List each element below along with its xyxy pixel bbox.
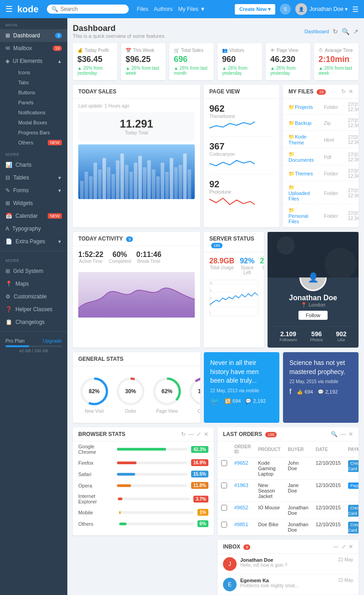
svg-rect-2 bbox=[85, 172, 88, 199]
activity-badge: 9 bbox=[126, 236, 133, 242]
sidebar-item-tabs[interactable]: Tabs bbox=[13, 77, 67, 87]
inbox-card: INBOX 9 — ⤢ ✕ JJonathan DoeHello, m8 how… bbox=[217, 540, 359, 595]
sidebar-item-grid[interactable]: ⊞Grid System bbox=[0, 265, 67, 277]
notification-badge[interactable]: 5 bbox=[280, 4, 291, 15]
file-name[interactable]: Documents bbox=[288, 157, 314, 163]
storage-bar-background bbox=[5, 345, 62, 347]
svg-rect-16 bbox=[147, 160, 151, 199]
upgrade-link[interactable]: Upgrade bbox=[43, 338, 62, 344]
sidebar-item-buttons[interactable]: Buttons bbox=[13, 87, 67, 97]
sidebar-item-maps[interactable]: 📍Maps bbox=[0, 277, 67, 290]
sidebar-item-dashboard[interactable]: ⊞Dashboard 3 bbox=[0, 29, 67, 42]
hamburger-icon[interactable]: ☰ bbox=[5, 4, 13, 14]
browser-bar-bg bbox=[119, 523, 194, 525]
table-row: 📁Uploaded FilesFolder27/2/2015 12:34 AM bbox=[284, 182, 359, 204]
sidebar-item-others[interactable]: Others NEW bbox=[13, 138, 67, 148]
minimize-orders-icon[interactable]: — bbox=[340, 431, 346, 437]
activity-header: TODAY ACTIVITY 9 bbox=[73, 232, 200, 246]
completed-stat: 60% Completed bbox=[109, 251, 131, 264]
pv-row-themeforest: 962 Themeforest bbox=[209, 103, 274, 137]
refresh-icon[interactable]: ↻ bbox=[333, 28, 338, 35]
sidebar-item-charts[interactable]: 📊Charts bbox=[0, 159, 67, 171]
order-checkbox[interactable] bbox=[221, 505, 227, 511]
activity-chart bbox=[78, 272, 195, 318]
twitter-likes: 🔁 694 bbox=[225, 398, 241, 404]
close-browser-icon[interactable]: ✕ bbox=[204, 431, 208, 437]
sidebar-item-extra-pages[interactable]: 📄Extra Pages▼ bbox=[0, 235, 67, 248]
topnav-menu-icon[interactable]: ☰ bbox=[352, 5, 359, 14]
sidebar-item-helper[interactable]: ❓Helper Classes bbox=[0, 303, 67, 316]
profile-background bbox=[268, 232, 359, 277]
inbox-avatar: J bbox=[223, 557, 237, 571]
create-new-button[interactable]: Create New ▾ bbox=[235, 4, 275, 15]
expand-inbox-icon[interactable]: ⤢ bbox=[341, 544, 346, 550]
total-usage-value: 28.9GB bbox=[209, 257, 234, 265]
inbox-badge: 9 bbox=[243, 544, 250, 550]
likes-value: 902 bbox=[336, 330, 346, 338]
circle-client-label: Client bbox=[187, 409, 200, 414]
close-files-icon[interactable]: ✕ bbox=[349, 88, 353, 95]
file-type: Folder bbox=[319, 182, 343, 204]
follow-button[interactable]: Follow bbox=[298, 311, 328, 320]
myfiles-link[interactable]: My Files ▼ bbox=[178, 6, 205, 12]
breadcrumb-dashboard[interactable]: Dashboard bbox=[304, 29, 329, 34]
browser-bar-bg bbox=[117, 448, 187, 451]
profile-name: Jonathan Doe bbox=[273, 294, 353, 302]
refresh-files-icon[interactable]: ↻ bbox=[341, 88, 346, 95]
search-orders-icon[interactable]: 🔍 bbox=[331, 431, 338, 437]
sidebar-item-tables[interactable]: ⊟Tables▼ bbox=[0, 171, 67, 184]
close-orders-icon[interactable]: ✕ bbox=[349, 431, 353, 437]
browser-name: Opera bbox=[78, 483, 113, 488]
refresh-browser-icon[interactable]: ↻ bbox=[181, 431, 186, 437]
search-input[interactable] bbox=[61, 6, 124, 12]
list-item[interactable]: EEgemem KaProblems look mighty smal...22… bbox=[217, 574, 359, 595]
close-inbox-icon[interactable]: ✕ bbox=[349, 544, 353, 550]
file-name[interactable]: Backup bbox=[295, 120, 312, 126]
browser-pct: 1% bbox=[197, 509, 208, 516]
order-buyer: John Doe bbox=[284, 457, 312, 480]
sidebar-item-panels[interactable]: Panels bbox=[13, 97, 67, 108]
sidebar-item-customizable[interactable]: ⚙Customizable bbox=[0, 290, 67, 303]
browser-rows: Google Chrome42.3%Firefox16.9%Safari15.5… bbox=[73, 441, 214, 529]
order-checkbox[interactable] bbox=[221, 522, 227, 528]
sidebar-item-mailbox[interactable]: ✉Mailbox 19 bbox=[0, 42, 67, 55]
pv-themeforest-sparkline bbox=[209, 119, 255, 133]
sidebar-item-notifications[interactable]: Notifications bbox=[13, 108, 67, 118]
circle-pageview-label: Page View bbox=[151, 409, 183, 414]
order-checkbox[interactable] bbox=[221, 482, 227, 488]
minimize-browser-icon[interactable]: — bbox=[188, 431, 194, 437]
browser-bar-fill bbox=[117, 462, 136, 464]
file-name[interactable]: Uploaded Files bbox=[288, 190, 310, 201]
sidebar-item-modal-boxes[interactable]: Modal Boxes bbox=[13, 118, 67, 128]
file-name[interactable]: Projects bbox=[295, 104, 313, 110]
user-name: Jonathan Doe ▾ bbox=[309, 6, 348, 12]
expand-browser-icon[interactable]: ⤢ bbox=[197, 431, 201, 437]
user-menu[interactable]: 👤 Jonathan Doe ▾ bbox=[295, 3, 348, 15]
sidebar-item-progress-bars[interactable]: Progress Bars bbox=[13, 128, 67, 138]
sidebar-item-typography[interactable]: ATypography bbox=[0, 222, 67, 235]
widgets-icon: ⊞ bbox=[5, 200, 10, 206]
files-link[interactable]: Files bbox=[137, 6, 148, 12]
sidebar-item-calendar[interactable]: 📅CalendarNEW bbox=[0, 210, 67, 222]
inbox-row-section: INBOX 9 — ⤢ ✕ JJonathan DoeHello, m8 how… bbox=[73, 540, 359, 595]
sidebar-item-ui-elements[interactable]: ◈UI Elements ▲ bbox=[0, 55, 67, 67]
minimize-inbox-icon[interactable]: — bbox=[333, 544, 339, 550]
browser-bar-fill bbox=[119, 523, 126, 525]
authors-link[interactable]: Authors bbox=[154, 6, 172, 12]
browser-pct: 16.9% bbox=[191, 459, 208, 466]
list-item[interactable]: JJonathan DoeHello, m8 how is goin ?22 M… bbox=[217, 554, 359, 574]
sidebar-item-icons[interactable]: Icons bbox=[13, 67, 67, 77]
svg-rect-19 bbox=[161, 163, 164, 199]
general-stats-card: GENERAL STATS 82% New Visit bbox=[73, 352, 200, 423]
order-checkbox[interactable] bbox=[221, 460, 227, 466]
photos-stat: 596 Photos bbox=[310, 330, 323, 342]
file-name[interactable]: Personal Files bbox=[288, 213, 308, 224]
sidebar-item-widgets[interactable]: ⊞Widgets bbox=[0, 197, 67, 210]
share-icon[interactable]: ↗ bbox=[353, 28, 359, 35]
sidebar-item-forms[interactable]: ✎Forms▼ bbox=[0, 184, 67, 197]
browser-bar-bg bbox=[117, 473, 187, 476]
search-header-icon[interactable]: 🔍 bbox=[342, 28, 349, 35]
file-name[interactable]: Themes bbox=[295, 171, 313, 176]
sidebar-item-changelogs[interactable]: 📋Changelogs bbox=[0, 316, 67, 328]
others-new-badge: NEW bbox=[48, 140, 62, 145]
